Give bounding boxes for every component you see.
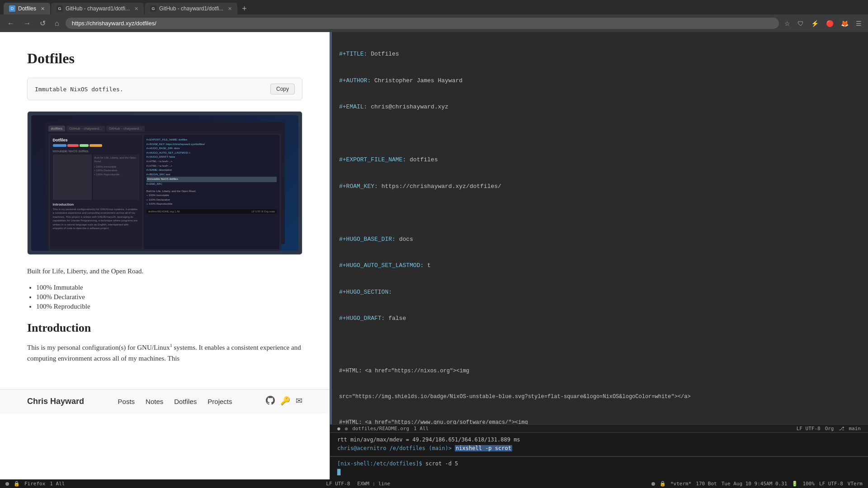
extension-icon-2[interactable]: ⚡ [809,18,821,29]
tab-favicon-1: D [9,5,15,12]
footer-link-dotfiles[interactable]: Dotfiles [174,398,197,405]
system-bar-center: LF UTF-8 EXWM : line [326,481,390,487]
editor-status-bar: ● ● dotfiles/README.org 1 All LF UTF-8 O… [330,424,868,432]
intro-section-title: Introduction [27,321,302,335]
webpage: Dotfiles Immutable NixOS dotfiles. Copy … [0,32,330,479]
screenshot-box: dotfiles GitHub - chayward... GitHub - c… [27,111,302,255]
kw-hugo-section: #+HUGO_SECTION: [339,289,392,296]
tab-close-2[interactable]: ✕ [134,6,138,12]
page-title: Dotfiles [27,50,302,67]
sc-dotfiles-title: Dotfiles [53,138,139,142]
extension-icon-4[interactable]: 🦊 [839,18,850,29]
sys-term: VTerm [848,481,863,487]
terminal[interactable]: rtt min/avg/max/mdev = 49.294/186.651/36… [330,432,868,455]
github-icon[interactable] [266,396,275,407]
kw-title: #+TITLE: [339,51,371,57]
editor-line-3: #+EMAIL: chris@chrishayward.xyz [332,103,868,112]
editor-line-blank-3 [332,341,868,350]
roam-val: https://chrishayward.xyz/dotfiles/ [382,183,501,190]
tab-favicon-3: G [150,5,156,12]
title-val: Dotfiles [371,51,399,57]
editor-line-14: src="https://img.shields.io/badge/NixOS-… [332,393,868,401]
footer-link-projects[interactable]: Projects [208,398,232,405]
sys-space: 1 All [50,481,65,487]
editor-filename: dotfiles/README.org [352,426,409,432]
intro-paragraph: This is my personal configuration(s) for… [27,342,302,364]
footer-name: Chris Hayward [27,397,84,406]
system-bar: 🔒 Firefox 1 All LF UTF-8 EXWM : line 🔒 *… [0,479,868,488]
tab-close-3[interactable]: ✕ [228,6,232,12]
copy-box-text: Immutable NixOS dotfiles. [35,86,123,93]
screenshot-image: dotfiles GitHub - chayward... GitHub - c… [31,115,298,251]
tab-dotfiles[interactable]: D Dotfiles ✕ [4,3,50,14]
rtt-text: rtt min/avg/max/mdev = 49.294/186.651/36… [337,436,520,443]
editor-line-blank-2 [332,208,868,217]
forward-button[interactable]: → [21,18,33,29]
footer-link-posts[interactable]: Posts [118,398,135,405]
keybase-icon[interactable]: 🔑 [280,396,290,407]
kw-hugo-auto: #+HUGO_AUTO_SET_LASTMOD: [339,262,427,269]
editor-line-11: #+HUGO_DRAFT: false [332,314,868,323]
editor-line-15: #+HTML: <a href="https://www.gnu.org/sof… [332,418,868,424]
main-area: Dotfiles Immutable NixOS dotfiles. Copy … [0,32,868,479]
terminal-nix-shell[interactable]: [nix-shell:/etc/dotfiles]$ scrot -d 5 █ [330,456,868,479]
tab-label-1: Dotfiles [18,5,36,12]
editor-content[interactable]: #+TITLE: Dotfiles #+AUTHOR: Christopher … [332,32,868,424]
terminal-nix-line: [nix-shell:/etc/dotfiles]$ scrot -d 5 [337,460,861,468]
editor-mode2: Org [825,426,834,432]
tab-close-1[interactable]: ✕ [41,6,45,12]
terminal-prompt-line: chris@acernitro /e/dotfiles (main)> nixs… [337,444,861,453]
page-list: 100% Immutable 100% Declarative 100% Rep… [36,284,302,310]
tab-label-2: GitHub - chayward1/dotfi... [66,5,130,12]
editor-status-left: ● ● dotfiles/README.org 1 All [337,426,429,432]
sys-battery-icon: 🔋 [792,481,798,487]
email-val: chris@chrishayward.xyz [371,103,448,110]
terminal-highlight-cmd: nixshell -p scrot [455,445,512,451]
export-val: dotfiles [410,156,438,163]
new-tab-button[interactable]: + [238,4,250,14]
tab-github-2[interactable]: G GitHub - chayward1/dotfi... ✕ [145,3,237,14]
bookmark-icon[interactable]: ☆ [783,18,792,29]
kw-export: #+EXPORT_FILE_NAME: [339,156,410,163]
nix-shell-prompt: [nix-shell:/etc/dotfiles]$ [337,460,422,467]
editor-branch-icon: ⎇ [839,426,844,432]
editor-branch: main [849,426,861,432]
nav-bar: ← → ↺ ⌂ ☆ 🛡 ⚡ 🔴 🦊 ☰ [0,14,868,32]
copy-box: Immutable NixOS dotfiles. Copy [27,78,302,100]
sys-encoding-2: LF UTF-8 [819,481,843,487]
editor-line-1: #+TITLE: Dotfiles [332,50,868,59]
reload-button[interactable]: ↺ [37,17,48,29]
extension-icon-1[interactable]: 🛡 [796,18,806,29]
sys-dot-2 [651,482,655,486]
tab-github-1[interactable]: G GitHub - chayward1/dotfi... ✕ [51,3,144,14]
sys-time: Tue Aug 10 9:45AM 0.31 [722,481,788,487]
editor-line-5: #+EXPORT_FILE_NAME: dotfiles [332,155,868,164]
list-item-3: 100% Reproducible [36,303,302,310]
intro-text-1: This is my personal configuration(s) for… [27,344,170,351]
back-button[interactable]: ← [5,18,17,29]
webpage-content: Dotfiles Immutable NixOS dotfiles. Copy … [0,32,330,389]
terminal-rtt-line: rtt min/avg/max/mdev = 49.294/186.651/36… [337,436,861,444]
editor-dot2: ● [345,426,348,432]
browser-chrome: D Dotfiles ✕ G GitHub - chayward1/dotfi.… [0,0,868,32]
sys-lock-icon-2: 🔒 [660,481,666,487]
sys-vterm: *vterm* [670,481,691,487]
copy-button[interactable]: Copy [270,84,295,94]
kw-author: #+AUTHOR: [339,77,374,84]
editor-line-13: #+HTML: <a href="https://nixos.org"><img [332,367,868,375]
author-val: Christopher James Hayward [374,77,462,84]
editor-pane: #+TITLE: Dotfiles #+AUTHOR: Christopher … [330,32,868,424]
tab-favicon-2: G [57,5,63,12]
page-body-text: Built for Life, Liberty, and the Open Ro… [27,266,302,277]
kw-hugo-base: #+HUGO_BASE_DIR: [339,236,399,243]
address-input[interactable] [66,18,779,29]
editor-mode: 1 All [414,426,429,432]
editor-line-8: #+HUGO_BASE_DIR: docs [332,235,868,244]
footer-link-notes[interactable]: Notes [146,398,163,405]
kw-hugo-draft: #+HUGO_DRAFT: [339,315,388,322]
extension-icon-3[interactable]: 🔴 [824,18,835,29]
email-icon[interactable]: ✉ [296,396,302,407]
menu-icon[interactable]: ☰ [854,18,863,29]
editor-line-10: #+HUGO_SECTION: [332,288,868,297]
home-button[interactable]: ⌂ [52,18,62,29]
